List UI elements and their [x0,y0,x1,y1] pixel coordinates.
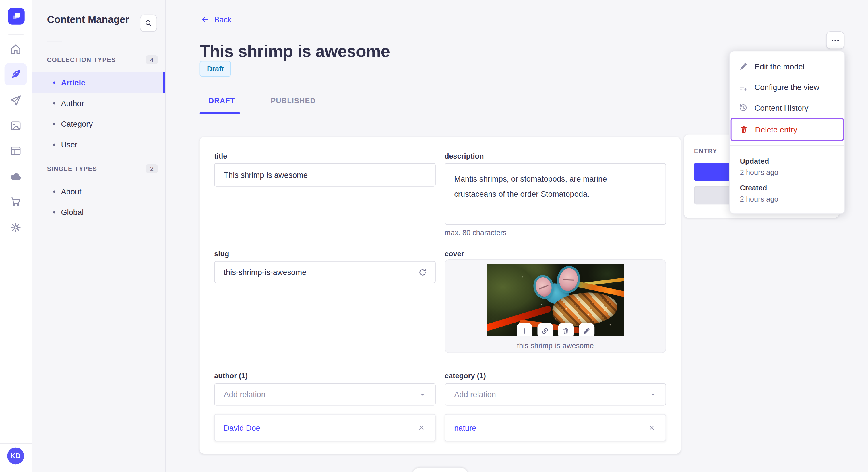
menu-item-label: Delete entry [755,125,797,134]
cover-image [487,264,624,336]
tab-draft[interactable]: DRAFT [200,93,244,108]
close-icon [417,424,425,431]
bullet-icon [53,143,55,146]
title-input[interactable]: This shrimp is awesome [214,163,436,187]
slug-input[interactable]: this-shrimp-is-awesome [214,261,436,283]
floating-actions-peek [412,468,468,472]
refresh-icon [417,267,427,277]
menu-item-content-history[interactable]: Content History [730,97,844,118]
copy-link-button[interactable] [537,323,553,336]
back-arrow-icon [200,15,210,24]
ellipsis-icon [830,36,840,45]
author-combobox-placeholder: Add relation [224,390,266,399]
title-input-value: This shrimp is awesome [224,170,308,179]
link-icon [541,327,549,335]
chevron-down-icon [419,391,426,398]
edit-media-button[interactable] [579,323,594,336]
bullet-icon [53,81,55,83]
menu-item-edit-the-model[interactable]: Edit the model [730,56,844,76]
add-media-button[interactable] [516,323,532,336]
sidebar-item-label: Global [61,208,84,216]
regenerate-slug-button[interactable] [416,266,429,278]
cloud-icon[interactable] [5,165,27,188]
rail-divider [8,34,24,35]
user-avatar[interactable]: KD [7,448,24,464]
releases-icon[interactable] [5,90,27,112]
sidebar-item-article[interactable]: Article [32,72,165,93]
category-relation-combobox[interactable]: Add relation [445,383,666,406]
chevron-down-icon [649,391,656,398]
menu-item-label: Configure the view [754,82,819,91]
settings-icon[interactable] [5,216,27,239]
menu-item-delete-entry[interactable]: Delete entry [731,118,844,141]
edit-form-card: title This shrimp is awesome description… [200,137,681,453]
collection-types-count-badge: 4 [146,55,158,64]
description-textarea[interactable]: Mantis shrimps, or stomatopods, are mari… [445,163,666,225]
pencil-icon [739,62,748,71]
sidebar-item-user[interactable]: User [32,134,165,155]
sidebar-item-about[interactable]: About [32,181,165,202]
strapi-logo [8,8,24,24]
created-value: 2 hours ago [740,195,834,203]
history-icon [739,103,748,112]
menu-item-label: Content History [754,103,808,112]
search-button[interactable] [140,14,157,32]
active-tab-indicator [200,112,240,114]
marketplace-icon[interactable] [5,191,27,213]
sidebar-item-global[interactable]: Global [32,202,165,222]
description-value: Mantis shrimps, or stomatopods, are mari… [454,171,644,202]
bullet-icon [53,102,55,104]
main-nav-rail: KD [0,0,32,472]
author-relation-link[interactable]: David Doe [224,423,260,432]
more-actions-button[interactable] [826,31,844,49]
subnav-separator [47,41,62,41]
created-label: Created [740,184,834,192]
more-actions-menu: Edit the model Configure the view Conten… [730,51,845,214]
cover-image-actions [487,323,624,336]
menu-item-label: Edit the model [754,62,804,71]
strapi-logo-glyph [10,10,22,22]
single-types-list: About Global [32,181,165,222]
category-relation-link[interactable]: nature [454,423,476,432]
menu-item-configure-the-view[interactable]: Configure the view [730,76,844,97]
author-relation-item: David Doe [214,414,436,441]
single-types-header: SINGLE TYPES 2 [47,164,158,173]
trash-icon [561,327,570,335]
content-manager-subnav: Content Manager COLLECTION TYPES 4 Artic… [32,0,166,472]
sidebar-item-label: Category [61,119,93,128]
remove-category-relation-button[interactable] [646,423,656,433]
entry-panel-title: ENTRY [694,147,718,154]
description-hint: max. 80 characters [445,229,506,237]
home-icon[interactable] [5,38,27,60]
category-combobox-placeholder: Add relation [454,390,496,399]
back-link[interactable]: Back [200,15,231,24]
entry-meta: Updated 2 hours ago Created 2 hours ago [730,146,844,214]
status-badge: Draft [200,61,231,76]
sidebar-item-category[interactable]: Category [32,113,165,134]
page-title: This shrimp is awesome [200,42,390,61]
tab-published[interactable]: PUBLISHED [262,93,324,108]
plus-icon [520,327,528,335]
content-manager-icon[interactable] [5,63,27,86]
trash-icon [739,125,748,134]
sidebar-item-label: Article [61,78,85,87]
search-icon [144,19,153,27]
rail-bottom-divider [0,443,32,444]
media-library-icon[interactable] [5,114,27,137]
sidebar-item-label: About [61,187,81,196]
single-types-count-badge: 2 [146,164,158,173]
bullet-icon [53,211,55,213]
content-type-builder-icon[interactable] [5,140,27,162]
sidebar-item-author[interactable]: Author [32,93,165,113]
bullet-icon [53,123,55,125]
remove-author-relation-button[interactable] [416,423,426,433]
author-relation-combobox[interactable]: Add relation [214,383,436,406]
cover-field-label: cover [445,250,464,258]
back-label: Back [214,15,231,24]
sidebar-item-label: Author [61,99,84,107]
slug-input-value: this-shrimp-is-awesome [224,268,306,276]
bullet-icon [53,190,55,193]
strapi-admin-app: KD Content Manager COLLECTION TYPES 4 Ar… [0,0,868,472]
version-tabs: DRAFT PUBLISHED [200,93,325,108]
delete-media-button[interactable] [558,323,574,336]
